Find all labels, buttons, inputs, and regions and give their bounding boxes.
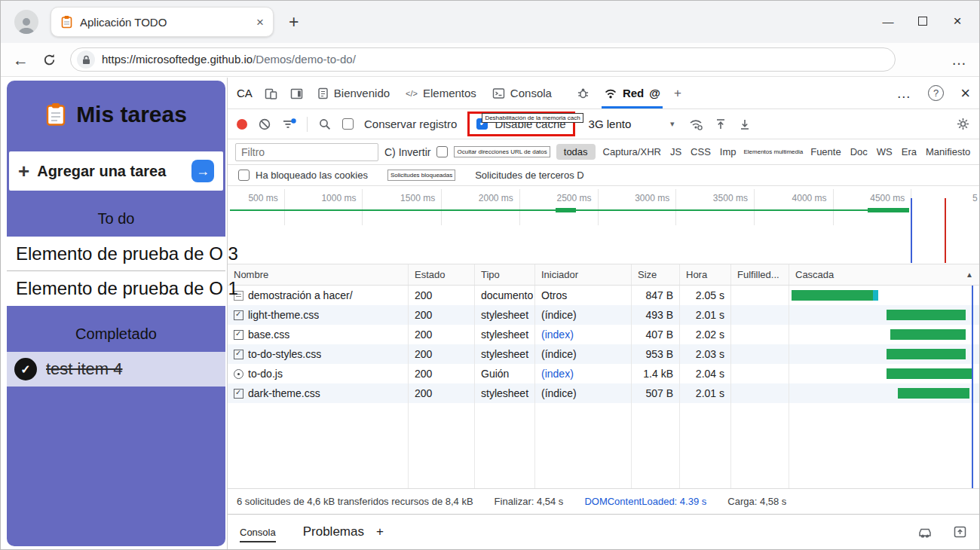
- waterfall-bar: [887, 349, 966, 359]
- filter-chip-img[interactable]: Imp: [718, 144, 738, 160]
- timeline-tick-label: 2500 ms: [556, 193, 596, 203]
- close-window-button[interactable]: ×: [940, 8, 975, 34]
- bug-icon[interactable]: [576, 87, 590, 100]
- table-row[interactable]: light-theme.css 200 stylesheet (índice) …: [228, 305, 979, 325]
- add-task-button[interactable]: + Agregar una tarea →: [9, 151, 223, 191]
- browser-tab[interactable]: Aplicación TODO ×: [51, 7, 274, 37]
- filter-chip-js[interactable]: JS: [669, 144, 683, 160]
- devtools-menu-icon[interactable]: …: [896, 85, 911, 102]
- plus-icon[interactable]: +: [376, 524, 384, 539]
- blocked-cookies-toggle[interactable]: Ha bloqueado las cookies: [238, 170, 368, 181]
- hide-data-urls-label[interactable]: Ocultar direcciones URL de datos: [454, 146, 550, 157]
- wifi-icon: [604, 87, 617, 99]
- tab-console[interactable]: Consola: [490, 78, 554, 108]
- clipboard-icon: [45, 102, 66, 127]
- panel-up-icon[interactable]: [953, 525, 967, 539]
- submit-task-button[interactable]: →: [191, 160, 214, 182]
- filter-icon[interactable]: [282, 118, 296, 130]
- page-content: Mis tareas + Agregar una tarea → To do E…: [1, 78, 979, 549]
- column-header-type[interactable]: Tipo: [475, 264, 535, 285]
- timeline-tick-label: 500 ms: [248, 193, 282, 203]
- invert-label[interactable]: C) Invertir: [384, 146, 430, 158]
- filter-chip-ws[interactable]: WS: [875, 144, 894, 160]
- address-bar[interactable]: https://microsoftedge.github.io/Demos/de…: [70, 47, 896, 72]
- tab-welcome[interactable]: Bienvenido: [315, 78, 392, 108]
- request-initiator-link[interactable]: (index): [535, 364, 632, 383]
- blocked-cookies-checkbox[interactable]: [238, 170, 250, 181]
- back-button[interactable]: ←: [13, 52, 29, 68]
- column-header-time[interactable]: Hora: [680, 264, 731, 285]
- column-header-fulfilled[interactable]: Fulfilled...: [731, 264, 789, 285]
- filter-chip-manifest[interactable]: Manifiesto: [924, 144, 972, 160]
- completed-list-item[interactable]: ✓ test item 4: [7, 352, 225, 387]
- table-row[interactable]: to-do-styles.css 200 stylesheet (índice)…: [228, 344, 979, 364]
- table-row[interactable]: base.css 200 stylesheet (index) 407 B 2.…: [228, 325, 979, 344]
- list-item[interactable]: Elemento de prueba de O 3: [7, 237, 225, 271]
- refresh-icon[interactable]: [42, 53, 57, 67]
- plus-icon: +: [18, 160, 29, 183]
- site-info-badge[interactable]: [77, 50, 95, 69]
- maximize-button[interactable]: [905, 8, 940, 34]
- network-overview-timeline[interactable]: 500 ms 1000 ms 1500 ms 2000 ms 2500 ms 3…: [228, 186, 979, 264]
- filter-chip-font[interactable]: Fuente: [809, 144, 842, 160]
- request-type: stylesheet: [475, 325, 535, 344]
- request-status: 200: [409, 305, 475, 325]
- timeline-gridline: [833, 189, 834, 225]
- network-conditions-icon[interactable]: [688, 118, 703, 131]
- filter-chip-wasm[interactable]: Era: [900, 144, 918, 160]
- tab-title: Aplicación TODO: [80, 16, 250, 29]
- settings-gear-icon[interactable]: [956, 117, 970, 131]
- column-header-waterfall[interactable]: Cascada ▲: [789, 264, 979, 285]
- throttling-dropdown[interactable]: 3G lento ▾: [586, 116, 678, 132]
- car-icon[interactable]: [917, 525, 933, 539]
- load-time: Carga: 4,58 s: [727, 496, 786, 507]
- filter-chip-media[interactable]: Elementos multimedia: [743, 148, 803, 155]
- tab-close-icon[interactable]: ×: [256, 16, 264, 29]
- filter-chip-all[interactable]: todas: [556, 144, 596, 160]
- more-tabs-button[interactable]: +: [674, 86, 681, 101]
- third-party-label[interactable]: Solicitudes de terceros D: [475, 170, 584, 181]
- column-header-size[interactable]: Size: [632, 264, 680, 285]
- filter-chip-other[interactable]: Otros: [978, 144, 979, 160]
- tab-network[interactable]: Red @: [602, 78, 663, 108]
- column-header-status[interactable]: Estado: [409, 264, 475, 285]
- close-devtools-icon[interactable]: ×: [960, 85, 970, 102]
- import-har-icon[interactable]: [714, 118, 727, 131]
- preserve-log-label[interactable]: Conservar registro: [364, 118, 457, 130]
- request-time: 2.04 s: [680, 364, 731, 383]
- record-button[interactable]: [237, 119, 247, 130]
- filter-input[interactable]: [235, 143, 378, 161]
- filter-chip-xhr[interactable]: Captura/XHR: [602, 144, 663, 160]
- request-initiator-link[interactable]: (index): [535, 325, 632, 344]
- export-har-icon[interactable]: [738, 118, 752, 131]
- timeline-tick-label: 3500 ms: [713, 193, 752, 203]
- sort-ascending-icon[interactable]: ▲: [966, 270, 973, 279]
- browser-menu-icon[interactable]: …: [951, 51, 967, 69]
- help-icon[interactable]: ?: [928, 85, 944, 101]
- dock-side-icon[interactable]: [289, 87, 304, 100]
- navigation-bar: ← https://microsoftedge.github.io/Demos/…: [1, 43, 979, 77]
- tab-network-label: Red: [623, 87, 644, 99]
- table-row[interactable]: to-do.js 200 Guión (index) 1.4 kB 2.04 s: [228, 364, 979, 383]
- profile-avatar[interactable]: [14, 10, 38, 34]
- tab-elements[interactable]: </> Elementos: [403, 78, 479, 108]
- drawer-tab-problems[interactable]: Problemas +: [303, 524, 384, 539]
- completed-check-icon[interactable]: ✓: [14, 358, 37, 380]
- table-row[interactable]: demostración a hacer/ 200 documento Otro…: [228, 286, 979, 305]
- column-header-name[interactable]: Nombre: [228, 264, 409, 285]
- preserve-log-checkbox[interactable]: [342, 118, 354, 130]
- column-header-initiator[interactable]: Iniciador: [535, 264, 632, 285]
- device-toolbar-icon[interactable]: [264, 87, 278, 100]
- table-empty-area: [228, 403, 979, 488]
- list-item[interactable]: Elemento de prueba de O 1: [7, 271, 225, 306]
- drawer-tab-console[interactable]: Consola: [240, 515, 276, 549]
- minimize-button[interactable]: —: [871, 8, 905, 34]
- invert-checkbox[interactable]: [436, 146, 448, 157]
- blocked-requests-label[interactable]: Solicitudes bloqueadas: [387, 170, 455, 181]
- filter-chip-doc[interactable]: Doc: [849, 144, 869, 160]
- clear-icon[interactable]: [258, 118, 271, 131]
- new-tab-button[interactable]: +: [289, 12, 299, 32]
- table-row[interactable]: dark-theme.css 200 stylesheet (índice) 5…: [228, 383, 979, 403]
- search-icon[interactable]: [318, 118, 332, 131]
- filter-chip-css[interactable]: CSS: [689, 144, 712, 160]
